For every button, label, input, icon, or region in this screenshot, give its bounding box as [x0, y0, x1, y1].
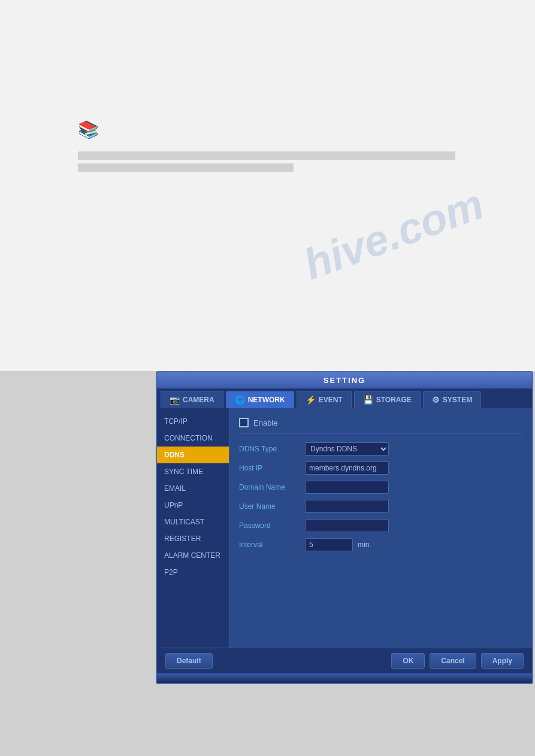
watermark: hive.com — [297, 179, 489, 289]
ok-button[interactable]: OK — [391, 653, 425, 669]
sidebar-item-alarmcenter[interactable]: ALARM CENTER — [157, 547, 229, 564]
event-tab-icon: ⚡ — [306, 395, 316, 405]
main-panel: Enable DDNS Type Dyndns DDNS No-IP DDNS … — [229, 408, 532, 648]
sidebar-item-ddns[interactable]: DDNS — [157, 447, 229, 463]
form-row-host-ip: Host IP — [239, 462, 522, 475]
enable-label: Enable — [253, 418, 277, 427]
sidebar-item-synctime[interactable]: SYNC TIME — [157, 463, 229, 480]
sidebar-item-p2p[interactable]: P2P — [157, 564, 229, 581]
sidebar-item-multicast[interactable]: MULTICAST — [157, 514, 229, 530]
tab-storage[interactable]: 💾 STORAGE — [354, 391, 421, 408]
default-button[interactable]: Default — [165, 653, 213, 669]
sidebar-item-email[interactable]: EMAIL — [157, 480, 229, 497]
tab-event-label: EVENT — [319, 396, 343, 404]
cancel-button[interactable]: Cancel — [430, 653, 476, 669]
dialog-footer-bar — [157, 673, 532, 683]
tab-system[interactable]: ⚙ SYSTEM — [423, 391, 481, 408]
min-label: min. — [358, 541, 371, 549]
ddns-type-select[interactable]: Dyndns DDNS No-IP DDNS CN99 DDNS — [305, 442, 389, 456]
book-icon: 📚 — [78, 120, 455, 139]
domain-name-label: Domain Name — [239, 483, 299, 491]
password-input[interactable] — [305, 519, 389, 532]
form-row-interval: Interval min. — [239, 538, 522, 551]
tab-camera-label: CAMERA — [183, 396, 214, 404]
sidebar: TCP/IP CONNECTION DDNS SYNC TIME EMAIL U… — [157, 408, 229, 648]
password-label: Password — [239, 521, 299, 530]
interval-input[interactable] — [305, 538, 353, 551]
user-name-label: User Name — [239, 502, 299, 511]
sidebar-item-connection[interactable]: CONNECTION — [157, 430, 229, 447]
dialog-bottom: Default OK Cancel Apply — [157, 648, 532, 673]
tab-system-label: SYSTEM — [443, 396, 472, 404]
sidebar-item-upnp[interactable]: UPnP — [157, 497, 229, 514]
tab-network-label: NETWORK — [248, 396, 285, 404]
form-row-password: Password — [239, 519, 522, 532]
progress-bar-2 — [78, 163, 294, 172]
tab-storage-label: STORAGE — [376, 396, 412, 404]
interval-row: min. — [305, 538, 371, 551]
page-wrapper: 📚 hive.com SETTING 📷 CAMERA 🌐 NETWORK — [0, 0, 535, 756]
domain-name-input[interactable] — [305, 481, 389, 494]
camera-tab-icon: 📷 — [170, 395, 180, 405]
sidebar-item-tcpip[interactable]: TCP/IP — [157, 413, 229, 430]
interval-label: Interval — [239, 541, 299, 549]
ddns-type-label: DDNS Type — [239, 445, 299, 453]
system-tab-icon: ⚙ — [432, 395, 440, 405]
top-section: 📚 hive.com — [0, 0, 535, 371]
host-ip-label: Host IP — [239, 464, 299, 472]
dialog-title: SETTING — [157, 372, 532, 388]
network-tab-icon: 🌐 — [235, 395, 245, 405]
bottom-space — [0, 684, 535, 756]
progress-bar-1 — [78, 151, 455, 160]
tab-camera[interactable]: 📷 CAMERA — [161, 391, 223, 408]
form-row-domain-name: Domain Name — [239, 481, 522, 494]
tab-event[interactable]: ⚡ EVENT — [297, 391, 352, 408]
storage-tab-icon: 💾 — [363, 395, 373, 405]
host-ip-input[interactable] — [305, 462, 389, 475]
setting-dialog: SETTING 📷 CAMERA 🌐 NETWORK ⚡ EVENT 💾 ST — [156, 371, 533, 684]
apply-button[interactable]: Apply — [481, 653, 524, 669]
tab-bar: 📷 CAMERA 🌐 NETWORK ⚡ EVENT 💾 STORAGE ⚙ — [157, 388, 532, 408]
action-buttons: OK Cancel Apply — [391, 653, 524, 669]
sidebar-item-register[interactable]: REGISTER — [157, 530, 229, 547]
form-row-ddns-type: DDNS Type Dyndns DDNS No-IP DDNS CN99 DD… — [239, 442, 522, 456]
enable-checkbox[interactable] — [239, 418, 249, 427]
form-row-user-name: User Name — [239, 500, 522, 513]
dialog-content: TCP/IP CONNECTION DDNS SYNC TIME EMAIL U… — [157, 408, 532, 648]
tab-network[interactable]: 🌐 NETWORK — [226, 391, 294, 408]
user-name-input[interactable] — [305, 500, 389, 513]
enable-row: Enable — [239, 418, 522, 434]
